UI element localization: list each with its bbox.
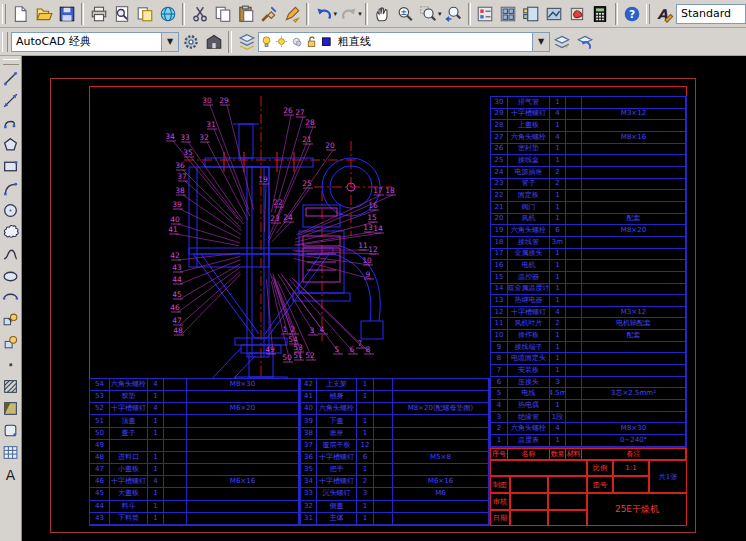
unlock-icon[interactable] — [304, 34, 319, 50]
new-icon[interactable] — [9, 2, 32, 26]
bom-cell-no: 47 — [90, 464, 110, 476]
callout-26: 26 — [283, 106, 293, 115]
paste-icon[interactable] — [234, 2, 257, 26]
toolbar-grip[interactable] — [2, 4, 6, 24]
bulb-icon[interactable] — [259, 34, 274, 50]
arc-icon[interactable] — [0, 177, 21, 199]
text-style-value: Standard — [677, 7, 745, 20]
bom-cell-mat — [566, 225, 582, 237]
markup-icon[interactable] — [566, 2, 589, 26]
zoom-realtime-icon[interactable]: ± — [394, 2, 417, 26]
hatch-icon[interactable] — [0, 375, 21, 397]
zoom-window-icon[interactable] — [417, 2, 440, 26]
text-style-combo[interactable]: Standard — [676, 4, 746, 24]
bom-cell-qty: 3m — [550, 237, 566, 249]
circle-icon[interactable] — [0, 199, 21, 221]
bom-cell-remark — [582, 412, 686, 424]
region-icon[interactable] — [0, 419, 21, 441]
spline-icon[interactable] — [0, 243, 21, 265]
layers-icon[interactable] — [235, 30, 258, 54]
bom-cell-remark: M8×30 — [582, 423, 686, 435]
layer-combo[interactable]: 粗直线▼ — [258, 32, 550, 52]
bom-cell-remark: 配套 — [582, 214, 686, 226]
bom-cell-no: 2 — [491, 423, 508, 435]
freeze-icon[interactable] — [289, 34, 304, 50]
bom-cell-no: 5 — [491, 388, 508, 400]
pan-icon[interactable] — [371, 2, 394, 26]
bom-cell-name: 桶身 — [317, 391, 357, 403]
callout-15: 15 — [367, 213, 377, 222]
bom-cell-qty: 12 — [357, 440, 374, 452]
workspace-combo-arrow[interactable]: ▼ — [161, 33, 178, 51]
layer-previous-icon[interactable] — [573, 30, 596, 54]
toolbar-grip[interactable] — [3, 59, 19, 65]
sun-icon[interactable] — [274, 34, 289, 50]
callout-49: 49 — [265, 345, 275, 354]
revcloud-icon[interactable] — [0, 221, 21, 243]
copy-icon[interactable] — [211, 2, 234, 26]
redo-icon[interactable] — [337, 2, 360, 26]
polyline-icon[interactable] — [0, 111, 21, 133]
open-icon[interactable] — [32, 2, 55, 26]
blockedit-icon[interactable] — [280, 2, 303, 26]
color-swatch-icon[interactable] — [319, 34, 334, 50]
save-icon[interactable] — [55, 2, 78, 26]
bom-cell-remark — [582, 365, 686, 377]
bom-cell-mat — [566, 120, 582, 132]
web-icon[interactable] — [156, 2, 179, 26]
callout-25: 25 — [302, 179, 312, 188]
toolbar-grip[interactable] — [2, 32, 8, 52]
make-current-icon[interactable] — [550, 30, 573, 54]
point-icon[interactable] — [0, 353, 21, 375]
redo-dropdown[interactable]: ▾ — [358, 10, 362, 18]
autocad-window: ▾▾±▾?AStandard AutoCAD 经典▼粗直线▼ A 3029312… — [0, 0, 746, 541]
bom-cell-no: 8 — [491, 353, 508, 365]
xline-icon[interactable] — [0, 89, 21, 111]
cut-icon[interactable] — [188, 2, 211, 26]
callout-5: 5 — [335, 345, 340, 354]
bom-cell-name: 十字槽螺钉 — [110, 476, 148, 488]
preview-icon[interactable] — [110, 2, 133, 26]
bom-cell-mat — [566, 132, 582, 144]
ellipse-arc-icon[interactable] — [0, 287, 21, 309]
layer-combo-arrow[interactable]: ▼ — [532, 33, 549, 51]
polygon-icon[interactable] — [0, 133, 21, 155]
quickcalc-icon[interactable] — [589, 2, 612, 26]
callout-40: 40 — [170, 215, 180, 224]
bom-cell-no: 23 — [491, 179, 508, 191]
callout-31: 31 — [206, 120, 216, 129]
bom-header-row: 序号名称数量材料备注 — [490, 448, 687, 460]
toolbar-grip[interactable] — [646, 4, 650, 24]
textstyle-icon[interactable]: A — [653, 2, 676, 26]
workspace-combo[interactable]: AutoCAD 经典▼ — [11, 32, 179, 52]
zoom-previous-icon[interactable] — [442, 2, 465, 26]
sheetset-icon[interactable] — [543, 2, 566, 26]
mtext-icon[interactable]: A — [0, 463, 21, 485]
matchprop-icon[interactable] — [257, 2, 280, 26]
ellipse-icon[interactable] — [0, 265, 21, 287]
help-icon[interactable]: ? — [621, 2, 644, 26]
workspace-settings-icon[interactable] — [179, 30, 202, 54]
bom-header-cell: 序号 — [491, 449, 508, 459]
properties-icon[interactable] — [474, 2, 497, 26]
designcenter-icon[interactable] — [497, 2, 520, 26]
undo-icon[interactable] — [312, 2, 335, 26]
drawing-canvas[interactable]: 3029312627282021251934333235363738394041… — [22, 56, 746, 541]
table-icon[interactable] — [0, 441, 21, 463]
gradient-icon[interactable] — [0, 397, 21, 419]
bom-cell-mat — [164, 403, 187, 415]
my-workspace-icon[interactable] — [202, 30, 225, 54]
toolpalettes-icon[interactable] — [520, 2, 543, 26]
publish-icon[interactable] — [133, 2, 156, 26]
bom-cell-name: 小盖板 — [110, 464, 148, 476]
bom-cell-mat — [566, 423, 582, 435]
plot-icon[interactable] — [87, 2, 110, 26]
line-icon[interactable] — [0, 67, 21, 89]
make-block-icon[interactable] — [0, 331, 21, 353]
rectangle-icon[interactable] — [0, 155, 21, 177]
insert-block-icon[interactable] — [0, 309, 21, 331]
bom-table-right: 30排气管129十字槽螺钉4M3×1228上盖板127六角头螺栓4M8×1626… — [490, 96, 687, 448]
bom-cell-no: 35 — [301, 464, 317, 476]
bom-cell-qty — [357, 403, 374, 415]
bom-table-bottom-mid: 42上支架141桶身140六角头螺栓M8×20(配螺母垫圈)39下盖138底座1… — [300, 378, 490, 526]
